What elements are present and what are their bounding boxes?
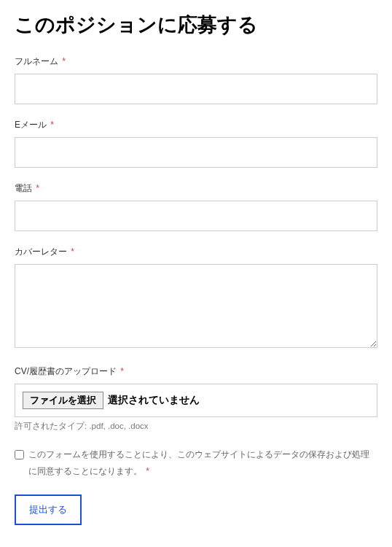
phone-input[interactable] (15, 201, 377, 231)
file-choose-button[interactable]: ファイルを選択 (23, 392, 103, 409)
required-mark: * (62, 56, 66, 66)
cv-upload-label: CV/履歴書のアップロード * (15, 365, 377, 378)
cover-letter-textarea[interactable] (15, 264, 377, 348)
fullname-input[interactable] (15, 74, 377, 104)
phone-label: 電話 * (15, 182, 377, 195)
email-label: Eメール * (15, 119, 377, 131)
required-mark: * (146, 466, 149, 476)
cv-upload-box: ファイルを選択 選択されていません (15, 384, 377, 417)
required-mark: * (71, 247, 74, 257)
file-type-hint: 許可されたタイプ: .pdf, .doc, .docx (15, 421, 377, 432)
fullname-label: フルネーム * (15, 55, 377, 68)
required-mark: * (50, 120, 54, 130)
consent-text: このフォームを使用することにより、このウェブサイトによるデータの保存および処理に… (28, 446, 377, 480)
submit-button[interactable]: 提出する (15, 494, 82, 525)
file-status-text: 選択されていません (108, 394, 200, 407)
consent-checkbox[interactable] (15, 450, 24, 459)
application-form: フルネーム * Eメール * 電話 * カバーレター * CV/履歴書のアップロ… (15, 55, 377, 525)
required-mark: * (36, 183, 39, 193)
email-input[interactable] (15, 137, 377, 168)
required-mark: * (120, 366, 124, 376)
form-title: このポジションに応募する (15, 12, 377, 38)
cover-letter-label: カバーレター * (15, 246, 377, 258)
